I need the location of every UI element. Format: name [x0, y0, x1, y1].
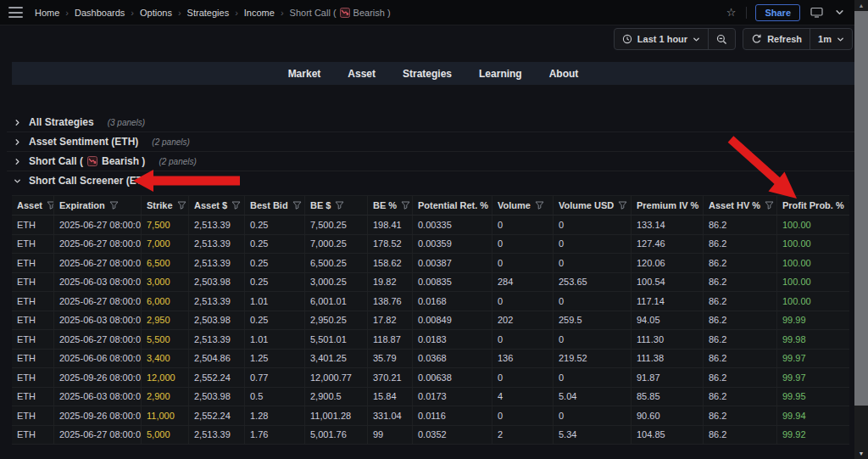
table-cell-volume: 0	[492, 368, 554, 387]
breadcrumb-item-home[interactable]: Home	[35, 8, 59, 18]
table-row: ETH2025-09-26 08:00:0012,0002,552.240.77…	[12, 368, 849, 388]
section-short-call-screener-eth[interactable]: Short Call Screener (ETH)	[7, 171, 854, 190]
scrollbar-up-button[interactable]: ▲	[854, 0, 868, 11]
column-header-be[interactable]: BE %	[368, 196, 413, 215]
zoom-out-icon	[716, 34, 727, 45]
tab-learning[interactable]: Learning	[474, 68, 527, 80]
table-cell-profit-prob: 100.00	[777, 254, 849, 272]
refresh-interval-dropdown[interactable]: 1m	[810, 29, 852, 49]
time-controls-group: Last 1 hour	[614, 28, 736, 50]
table-cell-asset: 2,513.39	[189, 235, 245, 254]
scrollbar-down-button[interactable]: ▼	[854, 448, 868, 459]
refresh-button[interactable]: Refresh	[743, 29, 810, 49]
table-cell-asset-hv: 86.2	[704, 292, 777, 311]
column-header-label: BE %	[373, 200, 397, 210]
table-cell-be: 19.82	[368, 273, 413, 292]
table-cell-expiration: 2025-09-26 08:00:00	[54, 368, 142, 387]
table-cell-volume: 0	[492, 216, 554, 234]
table-cell-be: 6,500.25	[305, 254, 368, 272]
column-header-strike[interactable]: Strike	[142, 196, 189, 215]
table-cell-volume-usd: 0	[554, 368, 632, 387]
table-cell-volume: 0	[492, 254, 554, 272]
table-cell-asset: ETH	[12, 368, 54, 387]
menu-button[interactable]	[8, 7, 23, 18]
table-cell-be: 11,001.28	[305, 406, 368, 425]
column-header-asset[interactable]: Asset $	[189, 196, 245, 215]
breadcrumb-item-strategies[interactable]: Strategies	[187, 8, 230, 18]
column-header-label: Asset	[17, 200, 42, 210]
table-cell-premium-iv: 90.60	[632, 406, 704, 425]
favorite-button[interactable]: ☆	[725, 5, 738, 20]
breadcrumb-item-options[interactable]: Options	[140, 8, 172, 18]
table-cell-asset: 2,503.98	[189, 273, 245, 292]
column-header-volume-usd[interactable]: Volume USD	[554, 196, 632, 215]
breadcrumb-item-income[interactable]: Income	[244, 8, 275, 18]
table-cell-volume: 0	[492, 292, 554, 311]
table-row: ETH2025-06-27 08:00:005,0002,513.391.765…	[12, 426, 849, 445]
table-row: ETH2025-06-03 08:00:003,0002,503.980.253…	[12, 273, 849, 293]
table-cell-volume-usd: 0	[554, 254, 632, 272]
column-header-potential-ret[interactable]: Potential Ret. %	[413, 196, 492, 215]
time-range-picker[interactable]: Last 1 hour	[615, 29, 708, 49]
column-header-profit-prob[interactable]: Profit Prob. %	[777, 196, 849, 215]
tab-strategies[interactable]: Strategies	[398, 68, 457, 80]
tab-asset[interactable]: Asset	[342, 68, 381, 80]
table-cell-expiration: 2025-06-03 08:00:00	[54, 388, 142, 406]
zoom-out-button[interactable]	[708, 29, 735, 49]
column-header-be[interactable]: BE $	[305, 196, 368, 215]
chevron-down-icon	[837, 36, 844, 43]
filter-icon[interactable]	[401, 201, 410, 210]
column-header-asset-hv[interactable]: Asset HV %	[704, 196, 777, 215]
table-cell-asset: 2,513.39	[189, 254, 245, 272]
filter-icon[interactable]	[535, 201, 544, 210]
topbar-menu-chevron[interactable]	[833, 6, 846, 19]
table-cell-asset-hv: 86.2	[704, 406, 777, 425]
table-cell-premium-iv: 85.85	[632, 388, 704, 406]
topbar: Home›Dashboards›Options›Strategies›Incom…	[0, 0, 854, 25]
column-header-premium-iv[interactable]: Premium IV %	[632, 196, 704, 215]
table-cell-be: 331.04	[368, 406, 413, 425]
filter-icon[interactable]	[109, 201, 119, 210]
column-header-label: Profit Prob. %	[782, 200, 844, 210]
share-button[interactable]: Share	[755, 4, 800, 21]
table-body: ETH2025-06-27 08:00:007,5002,513.390.257…	[12, 216, 849, 445]
filter-icon[interactable]	[849, 201, 849, 210]
breadcrumb-current: Short Call (Bearish )	[290, 8, 391, 18]
scrollbar-thumb[interactable]	[854, 11, 868, 406]
column-header-label: Premium IV %	[637, 200, 698, 210]
table-cell-volume-usd: 5.04	[554, 388, 632, 406]
breadcrumb-item-dashboards[interactable]: Dashboards	[75, 8, 125, 18]
section-panel-count: (2 panels)	[152, 137, 189, 147]
section-all-strategies[interactable]: All Strategies(3 panels)	[7, 113, 854, 132]
column-header-expiration[interactable]: Expiration	[54, 196, 142, 215]
table-cell-strike: 3,000	[142, 273, 189, 292]
filter-icon[interactable]	[47, 201, 54, 210]
table-cell-premium-iv: 120.06	[632, 254, 704, 272]
section-short-call-bearish[interactable]: Short Call (Bearish )(2 panels)	[7, 152, 854, 171]
table-cell-asset: 2,503.98	[189, 388, 245, 406]
tab-market[interactable]: Market	[283, 68, 326, 80]
filter-icon[interactable]	[765, 201, 774, 210]
tab-about[interactable]: About	[544, 68, 584, 80]
table-cell-potential-ret: 0.0116	[413, 406, 492, 425]
table-row: ETH2025-06-03 08:00:002,9002,503.980.52,…	[12, 388, 849, 407]
table-cell-profit-prob: 99.97	[777, 368, 849, 387]
filter-icon[interactable]	[231, 201, 241, 210]
filter-icon[interactable]	[335, 201, 344, 210]
table-cell-volume-usd: 0	[554, 292, 632, 311]
table-cell-expiration: 2025-06-27 08:00:00	[54, 235, 142, 254]
table-cell-potential-ret: 0.00335	[413, 216, 492, 234]
column-header-volume[interactable]: Volume	[492, 196, 554, 215]
column-header-asset[interactable]: Asset	[12, 196, 54, 215]
filter-icon[interactable]	[292, 201, 302, 210]
table-cell-asset-hv: 86.2	[704, 388, 777, 406]
scrollbar[interactable]: ▲ ▼	[854, 0, 868, 459]
table-row: ETH2025-06-27 08:00:007,5002,513.390.257…	[12, 216, 849, 235]
section-panel-count: (2 panels)	[159, 157, 196, 166]
tv-mode-button[interactable]	[809, 5, 825, 20]
section-asset-sentiment-eth[interactable]: Asset Sentiment (ETH)(2 panels)	[7, 132, 854, 152]
filter-icon[interactable]	[177, 201, 186, 210]
column-header-best-bid[interactable]: Best Bid	[245, 196, 305, 215]
grafana-dashboard: Home›Dashboards›Options›Strategies›Incom…	[0, 0, 868, 459]
filter-icon[interactable]	[618, 201, 627, 210]
